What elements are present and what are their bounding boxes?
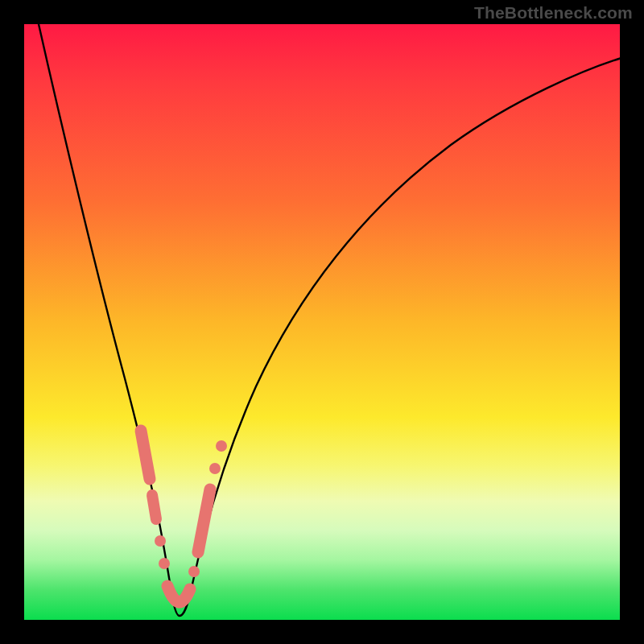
marker-dot bbox=[155, 535, 166, 547]
chart-frame: TheBottleneck.com bbox=[0, 0, 644, 644]
marker-capsule bbox=[167, 586, 190, 602]
chart-svg bbox=[24, 24, 620, 620]
marker-dot bbox=[159, 558, 170, 569]
marker-capsule bbox=[152, 495, 156, 519]
bottleneck-curve bbox=[39, 24, 621, 616]
plot-area bbox=[24, 24, 620, 620]
watermark-text: TheBottleneck.com bbox=[474, 3, 633, 23]
marker-capsule bbox=[198, 489, 210, 552]
marker-dot bbox=[188, 566, 200, 577]
marker-capsule bbox=[141, 431, 150, 479]
marker-dot bbox=[209, 463, 221, 474]
marker-dot bbox=[216, 440, 227, 452]
marker-group bbox=[141, 431, 227, 602]
